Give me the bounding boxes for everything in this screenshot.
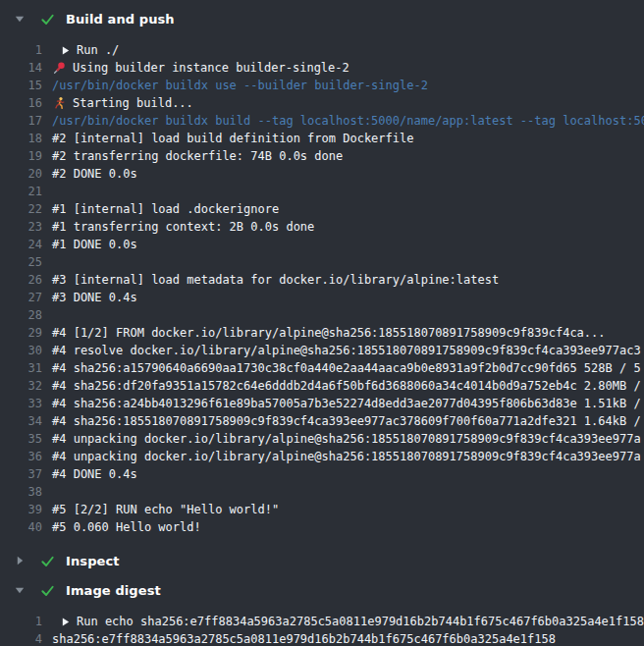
log-line: 39 #5 [2/2] RUN echo "Hello world!" — [0, 501, 644, 518]
log-line-number[interactable]: 1 — [0, 41, 42, 59]
log-line-number[interactable]: 36 — [0, 448, 42, 465]
chevron-right-icon[interactable] — [15, 556, 25, 565]
log-line: 29 #4 [1/2] FROM docker.io/library/alpin… — [0, 324, 644, 342]
pushpin-icon — [53, 61, 66, 75]
log-line-text-content: #5 0.060 Hello world! — [52, 518, 201, 536]
log-line-number[interactable]: 14 — [0, 59, 42, 77]
log-line-number[interactable]: 23 — [0, 218, 42, 236]
log-line-text-content: #4 sha256:df20fa9351a15782c64e6dddb2d4a6… — [52, 377, 641, 395]
log-line-text-content: #4 unpacking docker.io/library/alpine@sh… — [52, 448, 641, 465]
log-line-number[interactable]: 18 — [0, 130, 42, 147]
log-line-text-content: #4 sha256:185518070891758909c9f839cf4ca3… — [52, 412, 641, 430]
log-line-text-content: #2 [internal] load build definition from… — [52, 130, 413, 147]
log-line-text: Starting build... — [52, 94, 193, 112]
expand-group-icon[interactable] — [62, 618, 70, 626]
log-line-number[interactable]: 17 — [0, 112, 42, 130]
log-line-text: #5 0.060 Hello world! — [52, 518, 201, 536]
log-line-number[interactable]: 24 — [0, 236, 42, 253]
log-line-text-content: #3 [internal] load metadata for docker.i… — [52, 271, 499, 289]
runner-icon — [53, 96, 66, 110]
log-line-number[interactable]: 21 — [0, 183, 42, 200]
workflow-log-viewer: Build and push 1 Run ./ 14 Using builder… — [0, 0, 644, 646]
log-line-number[interactable]: 20 — [0, 165, 42, 183]
log-line: 36 #4 unpacking docker.io/library/alpine… — [0, 448, 644, 465]
log-line: 31 #4 sha256:a15790640a6690aa1730c38cf0a… — [0, 359, 644, 377]
log-line-text: #4 sha256:a24bb4013296f61e89ba57005a7b3e… — [52, 395, 641, 412]
log-line: 19 #2 transferring dockerfile: 74B 0.0s … — [0, 147, 644, 165]
log-line-text-content: #2 DONE 0.0s — [52, 165, 137, 183]
log-line-text: /usr/bin/docker buildx use --builder bui… — [52, 77, 428, 94]
log-line-text-content: sha256:e7ff8834a5963a2785c5a0811e979d16b… — [52, 630, 556, 646]
log-line-number[interactable]: 37 — [0, 465, 42, 483]
log-line-text: #4 unpacking docker.io/library/alpine@sh… — [52, 448, 641, 465]
log-line-number[interactable]: 31 — [0, 359, 42, 377]
log-line: 40 #5 0.060 Hello world! — [0, 518, 644, 536]
log-line-number[interactable]: 19 — [0, 147, 42, 165]
log-line: 25 — [0, 253, 644, 271]
log-line-text: /usr/bin/docker buildx build --tag local… — [52, 112, 644, 130]
log-line-text-content: #3 DONE 0.4s — [52, 289, 137, 306]
log-section: Image digest 1 Run echo sha256:e7ff8834a… — [0, 579, 644, 646]
section-header[interactable]: Inspect — [0, 550, 644, 571]
section-log-lines: 1 Run echo sha256:e7ff8834a5963a2785c5a0… — [0, 601, 644, 646]
log-line-text: #2 transferring dockerfile: 74B 0.0s don… — [52, 147, 343, 165]
expand-group-icon[interactable] — [62, 46, 70, 55]
log-line-number[interactable]: 4 — [0, 630, 42, 646]
log-line-text-content: Starting build... — [73, 94, 193, 112]
log-line-number[interactable]: 30 — [0, 342, 42, 359]
log-line-text-content: #4 DONE 0.4s — [52, 465, 137, 483]
log-line-number[interactable]: 38 — [0, 483, 42, 501]
log-line: 33 #4 sha256:a24bb4013296f61e89ba57005a7… — [0, 395, 644, 412]
log-line-number[interactable]: 25 — [0, 253, 42, 271]
log-line-number[interactable]: 40 — [0, 518, 42, 536]
log-line: 21 — [0, 183, 644, 200]
log-line-number[interactable]: 26 — [0, 271, 42, 289]
chevron-down-icon[interactable] — [15, 14, 25, 24]
log-line: 20 #2 DONE 0.0s — [0, 165, 644, 183]
chevron-down-icon[interactable] — [15, 585, 25, 595]
log-line: 4 sha256:e7ff8834a5963a2785c5a0811e979d1… — [0, 630, 644, 646]
section-log-lines: 1 Run ./ 14 Using builder instance build… — [0, 29, 644, 542]
check-success-icon — [40, 12, 55, 27]
log-line-text-content: Run echo sha256:e7ff8834a5963a2785c5a081… — [77, 613, 644, 630]
section-header[interactable]: Build and push — [0, 8, 644, 29]
log-line-number[interactable]: 22 — [0, 200, 42, 218]
log-line: 18 #2 [internal] load build definition f… — [0, 130, 644, 147]
log-line: 17 /usr/bin/docker buildx build --tag lo… — [0, 112, 644, 130]
log-line-number[interactable]: 33 — [0, 395, 42, 412]
section-header[interactable]: Image digest — [0, 579, 644, 601]
log-line-text-content: /usr/bin/docker buildx use --builder bui… — [52, 77, 428, 94]
log-line: 23 #1 transferring context: 2B 0.0s done — [0, 218, 644, 236]
log-line: 37 #4 DONE 0.4s — [0, 465, 644, 483]
log-line-number[interactable]: 32 — [0, 377, 42, 395]
log-line: 22 #1 [internal] load .dockerignore — [0, 200, 644, 218]
log-line: 32 #4 sha256:df20fa9351a15782c64e6dddb2d… — [0, 377, 644, 395]
log-line-text-content: Run ./ — [77, 41, 119, 59]
log-line-text: #2 DONE 0.0s — [52, 165, 137, 183]
log-line-number[interactable]: 39 — [0, 501, 42, 518]
log-line-number[interactable]: 27 — [0, 289, 42, 306]
log-line: 30 #4 resolve docker.io/library/alpine@s… — [0, 342, 644, 359]
log-line-text: Run echo sha256:e7ff8834a5963a2785c5a081… — [52, 613, 644, 630]
log-line: 14 Using builder instance builder-single… — [0, 59, 644, 77]
log-line: 16 Starting build... — [0, 94, 644, 112]
log-line-number[interactable]: 29 — [0, 324, 42, 342]
log-section: Inspect — [0, 550, 644, 571]
log-line-number[interactable]: 35 — [0, 430, 42, 448]
log-line-number[interactable]: 1 — [0, 613, 42, 630]
log-line-text: #3 DONE 0.4s — [52, 289, 137, 306]
log-line-text-content: #5 [2/2] RUN echo "Hello world!" — [52, 501, 279, 518]
log-line-number[interactable]: 16 — [0, 94, 42, 112]
log-line: 15 /usr/bin/docker buildx use --builder … — [0, 77, 644, 94]
log-line-number[interactable]: 15 — [0, 77, 42, 94]
log-line-text-content: #4 sha256:a15790640a6690aa1730c38cf0a440… — [52, 359, 641, 377]
log-line: 26 #3 [internal] load metadata for docke… — [0, 271, 644, 289]
log-line: 34 #4 sha256:185518070891758909c9f839cf4… — [0, 412, 644, 430]
log-line-text: #4 sha256:df20fa9351a15782c64e6dddb2d4a6… — [52, 377, 641, 395]
section-title: Inspect — [66, 554, 120, 568]
log-line-text: sha256:e7ff8834a5963a2785c5a0811e979d16b… — [52, 630, 556, 646]
log-line-text: #4 sha256:a15790640a6690aa1730c38cf0a440… — [52, 359, 641, 377]
log-line-text: #3 [internal] load metadata for docker.i… — [52, 271, 499, 289]
log-line-number[interactable]: 28 — [0, 306, 42, 324]
log-line-number[interactable]: 34 — [0, 412, 42, 430]
